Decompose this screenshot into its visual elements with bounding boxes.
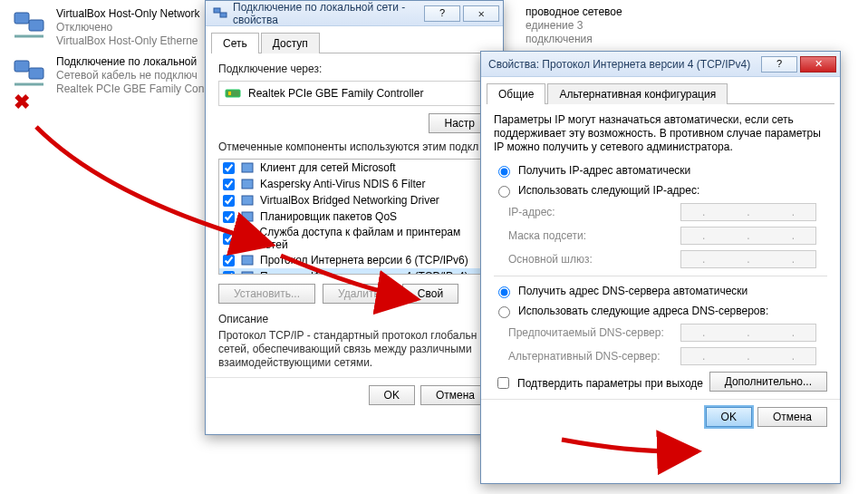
component-label: Протокол Интернета версии 4 (TCP/IPv4) xyxy=(260,270,468,275)
radio-input[interactable] xyxy=(498,286,510,298)
svg-rect-13 xyxy=(242,256,253,265)
properties-button[interactable]: Свой xyxy=(402,284,458,304)
component-label: Протокол Интернета версии 6 (TCP/IPv6) xyxy=(260,254,468,266)
component-label: Служба доступа к файлам и принтерам сете… xyxy=(260,226,486,251)
svg-rect-7 xyxy=(228,92,231,95)
gateway-label: Основной шлюз: xyxy=(508,253,680,266)
svg-rect-6 xyxy=(226,90,240,97)
component-icon xyxy=(240,231,255,246)
dialog-title: Свойства: Протокол Интернета версии 4 (T… xyxy=(488,58,758,71)
ok-button[interactable]: OK xyxy=(369,385,415,405)
install-button[interactable]: Установить... xyxy=(218,284,315,304)
svg-rect-5 xyxy=(220,13,227,17)
component-checkbox[interactable] xyxy=(223,233,235,245)
subnet-input: ... xyxy=(680,227,816,245)
connect-via-label: Подключение через: xyxy=(218,63,490,75)
close-button[interactable]: ⨉ xyxy=(463,5,499,22)
svg-rect-14 xyxy=(242,272,253,275)
net-item-status: Отключено xyxy=(56,21,200,34)
gateway-input: ... xyxy=(680,250,816,268)
components-list[interactable]: Клиент для сетей MicrosoftKaspersky Anti… xyxy=(218,159,490,275)
component-icon xyxy=(240,193,255,208)
network-icon xyxy=(213,6,227,21)
help-button[interactable]: ? xyxy=(424,5,460,22)
dns-alt-input: ... xyxy=(680,347,816,365)
net-item-adapter: VirtualBox Host-Only Etherne xyxy=(56,34,200,48)
svg-rect-1 xyxy=(29,20,43,31)
svg-rect-11 xyxy=(242,212,253,221)
net-item-status: Сетевой кабель не подключ xyxy=(56,69,204,82)
component-label: Планировщик пакетов QoS xyxy=(260,210,397,223)
description-heading: Описание xyxy=(218,313,490,325)
component-checkbox[interactable] xyxy=(223,255,235,266)
cancel-button[interactable]: Отмена xyxy=(757,407,827,427)
ip-address-input: ... xyxy=(680,203,816,221)
component-icon xyxy=(240,253,255,267)
adapter-icon xyxy=(225,85,241,102)
component-item[interactable]: Планировщик пакетов QoS xyxy=(219,208,489,225)
dns-alt-label: Альтернативный DNS-сервер: xyxy=(508,350,680,363)
component-item[interactable]: Kaspersky Anti-Virus NDIS 6 Filter xyxy=(219,176,489,192)
ipv4-properties-dialog: Свойства: Протокол Интернета версии 4 (T… xyxy=(480,51,841,484)
remove-button[interactable]: Удалить xyxy=(323,284,395,304)
adapter-name: Realtek PCIe GBE Family Controller xyxy=(248,87,423,100)
component-item[interactable]: Служба доступа к файлам и принтерам сете… xyxy=(219,225,489,252)
subnet-label: Маска подсети: xyxy=(508,229,680,242)
component-item[interactable]: VirtualBox Bridged Networking Driver xyxy=(219,192,489,208)
svg-rect-9 xyxy=(242,179,253,189)
svg-rect-2 xyxy=(14,61,29,72)
help-button[interactable]: ? xyxy=(761,56,797,73)
component-item[interactable]: Протокол Интернета версии 4 (TCP/IPv4) xyxy=(219,268,489,275)
network-adapter-icon xyxy=(11,55,47,92)
adapter-box: Realtek PCIe GBE Family Controller xyxy=(218,81,490,106)
component-icon xyxy=(240,177,255,191)
component-checkbox[interactable] xyxy=(223,271,235,276)
tab-alt-config[interactable]: Альтернативная конфигурация xyxy=(547,83,728,104)
svg-rect-10 xyxy=(242,196,253,205)
connection-properties-dialog: Подключение по локальной сети - свойства… xyxy=(205,0,504,435)
radio-input[interactable] xyxy=(498,166,510,178)
tab-access[interactable]: Доступ xyxy=(261,33,320,53)
component-checkbox[interactable] xyxy=(223,162,235,174)
tabstrip: Общие Альтернативная конфигурация xyxy=(487,82,834,104)
titlebar[interactable]: Подключение по локальной сети - свойства… xyxy=(206,1,503,26)
svg-rect-4 xyxy=(214,8,220,13)
component-label: Клиент для сетей Microsoft xyxy=(260,161,396,174)
dialog-title: Подключение по локальной сети - свойства xyxy=(233,1,421,26)
component-checkbox[interactable] xyxy=(223,195,235,207)
radio-dns-auto[interactable]: Получить адрес DNS-сервера автоматически xyxy=(494,284,827,298)
tab-network[interactable]: Сеть xyxy=(211,33,259,53)
advanced-button[interactable]: Дополнительно... xyxy=(709,372,827,392)
svg-rect-12 xyxy=(242,234,253,243)
component-label: Kaspersky Anti-Virus NDIS 6 Filter xyxy=(260,178,426,190)
tab-general[interactable]: Общие xyxy=(487,83,545,104)
ok-button[interactable]: OK xyxy=(706,407,752,427)
radio-ip-auto[interactable]: Получить IP-адрес автоматически xyxy=(494,163,827,178)
components-label: Отмеченные компоненты используются этим … xyxy=(218,140,490,153)
description-text: Протокол TCP/IP - стандартный протокол г… xyxy=(218,329,490,370)
component-icon xyxy=(240,209,255,224)
radio-input[interactable] xyxy=(498,306,510,318)
svg-rect-8 xyxy=(242,163,253,172)
component-checkbox[interactable] xyxy=(223,179,235,190)
svg-rect-3 xyxy=(29,68,43,79)
component-label: VirtualBox Bridged Networking Driver xyxy=(260,194,439,207)
component-checkbox[interactable] xyxy=(223,211,235,223)
net-item-title: VirtualBox Host-Only Network xyxy=(56,7,200,21)
radio-ip-manual[interactable]: Использовать следующий IP-адрес: xyxy=(494,183,827,198)
radio-input[interactable] xyxy=(498,186,510,198)
validate-checkbox[interactable] xyxy=(497,377,509,389)
ip-address-label: IP-адрес: xyxy=(508,206,680,218)
component-icon xyxy=(240,160,255,175)
component-item[interactable]: Протокол Интернета версии 6 (TCP/IPv6) xyxy=(219,252,489,268)
radio-dns-manual[interactable]: Использовать следующие адреса DNS-сервер… xyxy=(494,304,827,318)
close-button[interactable]: ✕ xyxy=(800,56,836,73)
network-item-partial: проводное сетевое единение 3 подключения xyxy=(526,5,622,46)
component-icon xyxy=(240,269,255,275)
net-item-adapter: Realtek PCIe GBE Family Con xyxy=(56,82,204,96)
titlebar[interactable]: Свойства: Протокол Интернета версии 4 (T… xyxy=(481,52,840,77)
tabstrip: Сеть Доступ xyxy=(211,32,497,53)
component-item[interactable]: Клиент для сетей Microsoft xyxy=(219,160,489,176)
svg-rect-0 xyxy=(14,13,29,24)
error-x-icon: ✖ xyxy=(14,91,30,114)
